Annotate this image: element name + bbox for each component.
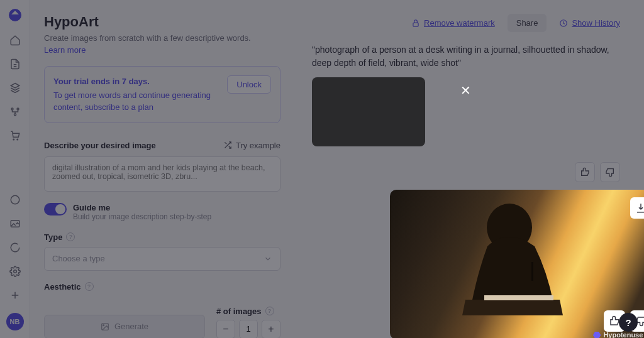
image-preview-modal: ⬣Hypotenuse AI [390, 190, 644, 338]
help-button[interactable]: ? [619, 313, 638, 332]
close-icon[interactable]: ✕ [457, 82, 474, 99]
watermark-label: ⬣Hypotenuse AI [593, 330, 644, 338]
preview-image [428, 202, 591, 328]
svg-rect-12 [531, 262, 533, 281]
download-button[interactable] [630, 197, 644, 219]
svg-rect-13 [484, 295, 553, 300]
